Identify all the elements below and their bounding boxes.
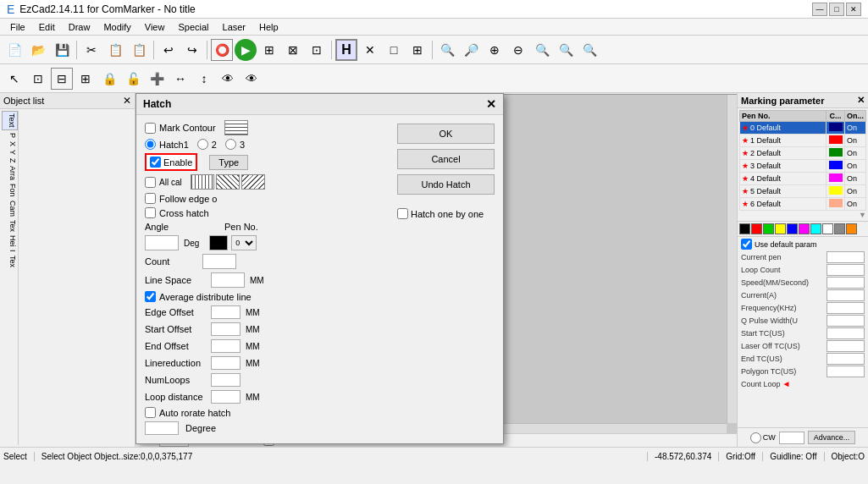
- tab-hei[interactable]: Hei: [2, 234, 18, 249]
- color-red[interactable]: [751, 223, 762, 234]
- degree-input[interactable]: 10: [145, 421, 179, 435]
- menu-edit[interactable]: Edit: [32, 20, 62, 34]
- color-blue[interactable]: [787, 223, 798, 234]
- color-cyan[interactable]: [810, 223, 821, 234]
- polygon-tc-input[interactable]: 100: [827, 366, 865, 377]
- angle-input[interactable]: 90: [145, 235, 179, 250]
- h-tool[interactable]: H: [335, 39, 357, 61]
- color-green[interactable]: [763, 223, 774, 234]
- zoom-tool-3[interactable]: 🔍: [555, 39, 577, 61]
- color-orange[interactable]: [846, 223, 857, 234]
- color-magenta[interactable]: [799, 223, 810, 234]
- cw-value-input[interactable]: [779, 432, 804, 444]
- mark-contour-checkbox[interactable]: [145, 123, 156, 134]
- tab-tex2[interactable]: Tex: [2, 254, 18, 269]
- end-tc-input[interactable]: 300: [827, 353, 865, 365]
- menu-draw[interactable]: Draw: [62, 20, 97, 34]
- grid2-tool[interactable]: ⊞: [406, 39, 428, 61]
- tab-y[interactable]: Y: [2, 148, 18, 157]
- pen-row-6[interactable]: ★6 Default On: [740, 198, 866, 211]
- loop-distance-input[interactable]: 0.5: [211, 390, 240, 404]
- square-tool[interactable]: □: [383, 39, 405, 61]
- pattern-h[interactable]: [191, 174, 214, 190]
- avg-distrib-checkbox[interactable]: [145, 291, 156, 302]
- pen-row-0[interactable]: ★0 Default On: [740, 122, 866, 135]
- open-button[interactable]: 📂: [27, 39, 49, 61]
- zoom-out-button[interactable]: 🔎: [460, 39, 482, 61]
- zoom-tool-2[interactable]: 🔍: [531, 39, 553, 61]
- cut-button[interactable]: ✂: [80, 39, 102, 61]
- current-pen-input[interactable]: 0: [827, 251, 865, 263]
- zoom-tool-1[interactable]: ⊖: [507, 39, 529, 61]
- undo-hatch-button[interactable]: Undo Hatch: [397, 174, 495, 195]
- new-button[interactable]: 📄: [3, 39, 25, 61]
- freq-input[interactable]: 20: [827, 302, 865, 314]
- pen-row-3[interactable]: ★3 Default On: [740, 160, 866, 173]
- hatch3-radio[interactable]: [225, 139, 236, 150]
- undo-button[interactable]: ↩: [158, 39, 180, 61]
- node-tool[interactable]: ⊡: [27, 68, 49, 90]
- pen-row-4[interactable]: ★4 Default On: [740, 173, 866, 185]
- pattern-icon-1[interactable]: [224, 120, 248, 135]
- eye-tool-1[interactable]: 👁: [217, 68, 239, 90]
- marking-param-close[interactable]: ✕: [857, 95, 865, 106]
- count-input[interactable]: 1: [202, 254, 236, 269]
- tab-z[interactable]: Z: [2, 157, 18, 165]
- pattern-d1[interactable]: [216, 174, 240, 190]
- menu-view[interactable]: View: [138, 20, 172, 34]
- tab-tex[interactable]: Tex: [2, 218, 18, 234]
- grid-tool-3[interactable]: ⊡: [306, 39, 328, 61]
- color-black[interactable]: [739, 223, 750, 234]
- tab-text[interactable]: Text: [2, 111, 18, 130]
- minimize-button[interactable]: —: [812, 3, 827, 16]
- laser-off-input[interactable]: 150: [827, 340, 865, 352]
- pen-row-1[interactable]: ★1 Default On: [740, 135, 866, 147]
- advance-button[interactable]: Advance...: [808, 431, 856, 444]
- grid-tool-2[interactable]: ⊠: [282, 39, 304, 61]
- hflip-tool[interactable]: ↔: [169, 68, 191, 90]
- start-tc-input[interactable]: -300: [827, 327, 865, 339]
- numloops-input[interactable]: 0: [211, 373, 240, 387]
- object-list-close[interactable]: ✕: [123, 95, 131, 107]
- tab-fon[interactable]: Fon: [2, 182, 18, 199]
- hatch-close-button[interactable]: ✕: [486, 97, 496, 111]
- hatch-one-by-one-checkbox[interactable]: [397, 208, 408, 219]
- vflip-tool[interactable]: ↕: [193, 68, 215, 90]
- line-space-input[interactable]: 0.03: [211, 272, 245, 288]
- maximize-button[interactable]: □: [829, 3, 844, 16]
- type-button[interactable]: Type: [209, 155, 248, 170]
- menu-file[interactable]: File: [3, 20, 32, 34]
- rect-tool[interactable]: ⊟: [51, 68, 73, 90]
- pattern-d2[interactable]: [241, 174, 265, 190]
- scrollbar-vertical[interactable]: [727, 95, 737, 423]
- enable-checkbox[interactable]: [150, 157, 161, 168]
- color-white[interactable]: [822, 223, 833, 234]
- edge-offset-input[interactable]: 0: [211, 305, 240, 319]
- cancel-button[interactable]: Cancel: [397, 149, 495, 169]
- tab-x[interactable]: X: [2, 140, 18, 148]
- copy-button[interactable]: 📋: [104, 39, 126, 61]
- menu-laser[interactable]: Laser: [216, 20, 253, 34]
- array-tool[interactable]: ⊞: [75, 68, 97, 90]
- end-offset-input[interactable]: 0: [211, 339, 240, 353]
- tab-arra[interactable]: Arra: [2, 164, 18, 182]
- current-a-input[interactable]: 1: [827, 289, 865, 301]
- paste-button[interactable]: 📋: [128, 39, 150, 61]
- zoom-in-button[interactable]: 🔍: [436, 39, 458, 61]
- menu-special[interactable]: Special: [171, 20, 215, 34]
- cross-hatch-checkbox[interactable]: [145, 207, 156, 218]
- eye-tool-2[interactable]: 👁: [240, 68, 263, 90]
- follow-edge-checkbox[interactable]: [145, 193, 156, 204]
- hatch2-radio[interactable]: [197, 139, 208, 150]
- unlock-tool[interactable]: 🔓: [122, 68, 144, 90]
- use-default-param-checkbox[interactable]: [741, 239, 752, 250]
- loop-count-input[interactable]: 1: [827, 264, 865, 276]
- circle-tool[interactable]: ⭕: [211, 39, 233, 61]
- speed-input[interactable]: 1000: [827, 277, 865, 289]
- select-tool[interactable]: ↖: [3, 68, 25, 90]
- tab-cam[interactable]: Cam: [2, 199, 18, 218]
- linereduction-input[interactable]: 0: [211, 356, 240, 370]
- zoom-tool-4[interactable]: 🔍: [578, 39, 600, 61]
- menu-modify[interactable]: Modify: [97, 20, 137, 34]
- cw-radio[interactable]: [750, 432, 761, 443]
